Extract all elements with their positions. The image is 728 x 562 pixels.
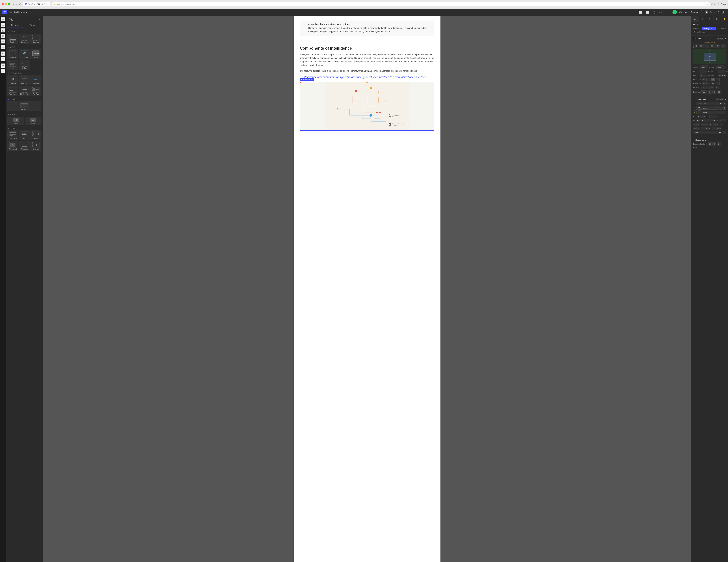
italic-btn[interactable]: I (719, 106, 722, 110)
tablet-device-btn[interactable]: ⬜ (645, 10, 650, 15)
page-refresh-icon[interactable]: ↺ (30, 11, 31, 13)
align-justify-btn[interactable]: ≡ (704, 123, 708, 126)
align-center-btn[interactable]: ≡ (697, 123, 700, 126)
container-element[interactable]: Container (19, 34, 30, 44)
components-panel-icon[interactable]: ⚡ (721, 16, 728, 22)
padding-top-val[interactable]: 0 (709, 53, 710, 55)
layout-section-header[interactable]: ▾ Layout (6, 30, 43, 33)
margin-top-val[interactable]: 0 (709, 50, 710, 51)
clear-clear-btn[interactable]: × (700, 82, 701, 85)
symbols-btn[interactable]: ⬡ (1, 34, 5, 38)
font-size-input[interactable] (697, 115, 704, 118)
textarea-element[interactable]: Text Area (19, 141, 30, 151)
letter-spacing-input[interactable] (719, 119, 726, 122)
desktop-device-btn[interactable]: ⬜ (638, 10, 643, 15)
margin-bottom-val[interactable]: 0 (709, 62, 710, 63)
float-center-btn[interactable]: ⊏ (716, 78, 720, 81)
overflow-scroll-btn[interactable]: ☰ (710, 86, 714, 89)
browser-tab[interactable]: W Webflow - EMUI UX × (23, 2, 50, 6)
margin-left-val[interactable]: 0 (694, 56, 695, 58)
bg-image-btn[interactable]: 🖼 (708, 142, 712, 146)
color-swatch[interactable] (698, 110, 701, 114)
undo-button[interactable]: ← (663, 10, 667, 14)
image-label-bar[interactable]: ▣ Image 19 ⚙ (300, 78, 314, 81)
decor-lte-btn[interactable]: LTE (715, 127, 719, 130)
textlink-element[interactable]: Link Text Link (30, 75, 41, 85)
padding-right-val[interactable]: 0 (715, 56, 715, 57)
divblock-element[interactable]: Div Block (7, 49, 18, 59)
float-none-btn[interactable]: □ (711, 78, 715, 81)
input-element[interactable]: Input (30, 130, 41, 140)
style-panel-icon[interactable]: ◈ (691, 16, 699, 22)
align-left-btn[interactable]: ≡ (693, 123, 697, 126)
address-bar[interactable]: 🔒 https://webflow.com/design ☆ (52, 2, 710, 6)
text-settings-btn[interactable]: ⚙ (722, 131, 726, 134)
image-settings-icon[interactable]: ⚙ (311, 79, 313, 80)
blockquote-element[interactable]: Block Quote (19, 86, 30, 96)
heading-element[interactable]: H Heading (7, 75, 18, 85)
clear-left-btn[interactable]: ⊓ (702, 82, 706, 85)
color-input[interactable] (702, 111, 726, 114)
position-fixed-btn[interactable]: ⊞ (708, 90, 712, 94)
weight-select[interactable]: 400 - Normal (696, 106, 719, 110)
text-t2-btn[interactable]: T (716, 123, 719, 126)
display-flex-btn[interactable] (710, 44, 715, 48)
forward-button[interactable]: › (15, 3, 17, 6)
height-select[interactable]: Auto (716, 65, 724, 69)
text-none-btn[interactable]: × (709, 123, 712, 126)
float-left-btn[interactable]: ⊓ (702, 78, 706, 81)
lightning-panel-btn[interactable]: ⚡ (721, 10, 726, 14)
basic-section-header[interactable]: ▾ Basic (6, 45, 43, 49)
font-grid-icon[interactable]: ⊞ (723, 102, 726, 105)
display-inline-block-btn[interactable]: AB (699, 44, 704, 48)
columns-element[interactable]: Columns (30, 34, 41, 44)
width-select[interactable]: Auto (700, 65, 708, 69)
symbols-panel-btn[interactable]: ⟳ (717, 10, 720, 14)
line-height-input[interactable] (709, 115, 716, 118)
add-element-btn[interactable]: + (1, 17, 5, 22)
redo-button[interactable]: → (667, 10, 671, 14)
mobile-portrait-btn[interactable]: ▭ (658, 10, 663, 15)
media-section-header[interactable]: ▾ Media (6, 112, 43, 116)
reload-button[interactable]: ↺ (19, 3, 22, 6)
tab-symbols[interactable]: Symbols (24, 23, 43, 28)
font-select[interactable]: Open Sans (696, 102, 722, 105)
display-grid-btn[interactable] (715, 44, 720, 48)
section-element[interactable]: Section (7, 34, 18, 44)
word-spacing-select[interactable]: Normal (696, 119, 715, 122)
mobile-landscape-btn[interactable]: ⬚ (652, 10, 656, 15)
tab-close-icon[interactable]: × (47, 4, 48, 5)
text-t-btn[interactable]: T (712, 123, 716, 126)
style-panel-btn[interactable]: ◈ (705, 10, 708, 14)
display-inline-btn[interactable]: AB (704, 44, 709, 48)
fullscreen-button[interactable] (8, 3, 10, 5)
decor-none-btn[interactable]: DEF (712, 127, 715, 130)
preview-btn[interactable]: ▶ (684, 10, 688, 14)
color-a-icon[interactable]: A (693, 110, 697, 114)
layout-panel-icon[interactable]: ≡ (706, 16, 713, 22)
clear-both-btn[interactable]: ⊞ (711, 82, 715, 85)
listitem-element[interactable]: List Item (19, 60, 30, 70)
position-auto-btn[interactable]: Auto (700, 90, 707, 93)
padding-left-val[interactable]: 0 (704, 56, 705, 57)
settings-panel-btn[interactable]: ⚙ (709, 10, 713, 14)
overflow-hidden-btn[interactable]: ⊘ (706, 86, 709, 89)
video-element[interactable]: ▶ Video (25, 117, 42, 125)
close-button[interactable] (2, 3, 4, 5)
text-t3-btn[interactable]: T (720, 123, 723, 126)
image-element[interactable]: 🖼 Image (7, 117, 24, 125)
transform-tt2-btn[interactable]: Tt (704, 127, 708, 130)
fileupload-element[interactable]: ⬆ File Upload (7, 141, 18, 151)
back-button[interactable]: ‹ (13, 3, 15, 6)
clear-right-btn[interactable]: ⊓ (706, 82, 710, 85)
forms-section-header[interactable]: ▾ Forms (6, 126, 43, 130)
max-width-input[interactable] (700, 74, 707, 77)
layout-toggle[interactable]: ▾ Layout Advanced (693, 37, 726, 40)
typography-section-header[interactable]: ▾ Typography (6, 71, 43, 75)
settings-panel-icon[interactable]: ⚙ (699, 16, 706, 22)
typography-toggle[interactable]: ▾ Typography Advanced (693, 98, 726, 101)
min-width-input[interactable] (700, 70, 707, 73)
interactions-panel-btn[interactable]: ≡ (713, 10, 716, 14)
clear-none-btn[interactable]: □ (716, 82, 720, 85)
cms-section-header[interactable]: ▾ CMS (6, 97, 43, 101)
